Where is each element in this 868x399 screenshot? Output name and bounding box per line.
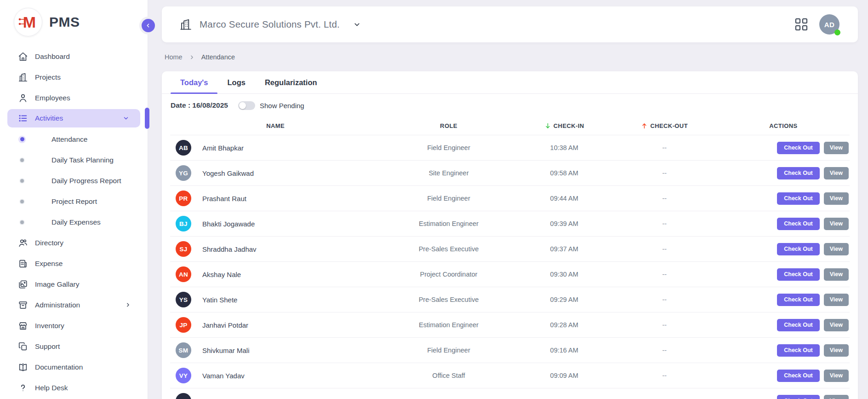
sidebar-item-employees[interactable]: Employees bbox=[0, 87, 148, 108]
employee-name: Bhakti Jogawade bbox=[202, 220, 255, 228]
employee-name: Amit Bhapkar bbox=[202, 144, 244, 152]
sidebar-item-help-desk[interactable]: Help Desk bbox=[0, 377, 148, 398]
sidebar-item-administration[interactable]: Administration bbox=[0, 295, 148, 315]
avatar: JP bbox=[176, 317, 191, 333]
avatar: AB bbox=[176, 140, 191, 156]
avatar: YG bbox=[176, 165, 191, 181]
checkout-time: -- bbox=[612, 271, 717, 278]
sidebar-item-label: Activities bbox=[35, 114, 63, 122]
checkout-time: -- bbox=[612, 169, 717, 177]
home-icon bbox=[17, 51, 28, 62]
sidebar-item-dashboard[interactable]: Dashboard bbox=[0, 46, 148, 67]
sidebar-item-activities[interactable]: Activities bbox=[7, 109, 140, 127]
bullet-icon bbox=[18, 219, 26, 226]
view-button[interactable]: View bbox=[824, 319, 849, 331]
sidebar-item-expense[interactable]: Expense bbox=[0, 253, 148, 274]
view-button[interactable]: View bbox=[824, 142, 849, 154]
checkin-time: 09:58 AM bbox=[517, 169, 612, 177]
gallery-icon bbox=[17, 279, 28, 289]
user-avatar[interactable]: AD bbox=[819, 14, 839, 35]
archive-icon bbox=[17, 300, 28, 310]
view-button[interactable]: View bbox=[824, 268, 849, 281]
sidebar-item-documentation[interactable]: Documentation bbox=[0, 357, 148, 377]
column-header-actions: ACTIONS bbox=[717, 122, 850, 129]
table-row: VYVaman Yadav Office Staff 09:09 AM -- C… bbox=[170, 363, 850, 388]
breadcrumb-current: Attendance bbox=[201, 53, 235, 61]
sidebar-item-support[interactable]: Support bbox=[0, 336, 148, 357]
view-button[interactable]: View bbox=[824, 243, 849, 255]
view-button[interactable]: View bbox=[824, 218, 849, 230]
chevron-down-icon bbox=[353, 21, 361, 29]
tab-regularization[interactable]: Regularization bbox=[255, 71, 327, 93]
table-row: JPJanhavi Potdar Estimation Engineer 09:… bbox=[170, 312, 850, 337]
attendance-table: NAME ROLE CHECK-IN CHECK-OUT ACTIONS bbox=[170, 117, 850, 399]
user-icon bbox=[17, 93, 28, 103]
view-button[interactable]: View bbox=[824, 192, 849, 205]
column-header-checkin[interactable]: CHECK-IN bbox=[517, 122, 612, 129]
arrow-down-icon bbox=[544, 122, 551, 129]
check-out-button[interactable]: Check Out bbox=[777, 167, 820, 179]
sidebar-item-inventory[interactable]: Inventory bbox=[0, 315, 148, 336]
checkin-time: 09:16 AM bbox=[517, 347, 612, 354]
date-label: Date : 16/08/2025 bbox=[171, 101, 228, 110]
show-pending-toggle[interactable] bbox=[238, 101, 255, 110]
sidebar-item-label: Employees bbox=[35, 94, 70, 102]
view-button[interactable]: View bbox=[824, 395, 849, 399]
tab-todays[interactable]: Today's bbox=[171, 71, 217, 93]
bullet-icon bbox=[18, 198, 26, 205]
checkout-header-label: CHECK-OUT bbox=[650, 122, 688, 129]
table-row: SMShivkumar Mali Field Engineer 09:16 AM… bbox=[170, 337, 850, 363]
sidebar-item-directory[interactable]: Directory bbox=[0, 232, 148, 253]
view-button[interactable]: View bbox=[824, 344, 849, 357]
avatar: BJ bbox=[176, 216, 191, 231]
checkout-time: -- bbox=[612, 195, 717, 202]
sidebar-item-label: Expense bbox=[35, 260, 63, 268]
view-button[interactable]: View bbox=[824, 167, 849, 179]
check-out-button[interactable]: Check Out bbox=[777, 344, 820, 357]
employee-name: Akshay Nale bbox=[202, 271, 241, 278]
sidebar-item-project-report[interactable]: Project Report bbox=[0, 191, 148, 212]
sidebar-item-label: Inventory bbox=[35, 322, 64, 330]
sidebar-item-label: Image Gallary bbox=[35, 280, 79, 289]
sidebar-item-label: Daily Progress Report bbox=[51, 177, 121, 185]
column-header-checkout[interactable]: CHECK-OUT bbox=[612, 122, 717, 129]
check-out-button[interactable]: Check Out bbox=[777, 243, 820, 255]
chevron-right-icon bbox=[189, 54, 195, 60]
sidebar-item-label: Dashboard bbox=[35, 52, 70, 61]
sidebar-item-projects[interactable]: Projects bbox=[0, 67, 148, 87]
sidebar-collapse-button[interactable] bbox=[142, 19, 155, 32]
check-out-button[interactable]: Check Out bbox=[777, 268, 820, 281]
checkout-time: -- bbox=[612, 372, 717, 379]
sidebar-item-daily-expenses[interactable]: Daily Expenses bbox=[0, 212, 148, 232]
avatar: PR bbox=[176, 191, 191, 206]
apps-grid-icon[interactable] bbox=[795, 18, 807, 30]
check-out-button[interactable]: Check Out bbox=[777, 319, 820, 331]
avatar: SM bbox=[176, 342, 191, 358]
list-icon bbox=[17, 113, 28, 124]
sidebar-item-daily-task-planning[interactable]: Daily Task Planning bbox=[0, 150, 148, 170]
sidebar-item-image-gallery[interactable]: Image Gallary bbox=[0, 274, 148, 295]
sidebar-item-daily-progress-report[interactable]: Daily Progress Report bbox=[0, 170, 148, 191]
sidebar-item-label: Help Desk bbox=[35, 384, 68, 392]
view-button[interactable]: View bbox=[824, 370, 849, 382]
view-button[interactable]: View bbox=[824, 294, 849, 306]
sidebar-item-attendance[interactable]: Attendance bbox=[0, 129, 148, 150]
breadcrumb-home[interactable]: Home bbox=[165, 53, 183, 61]
check-out-button[interactable]: Check Out bbox=[777, 192, 820, 205]
company-selector[interactable]: Marco Secure Solutions Pvt. Ltd. bbox=[179, 18, 361, 31]
check-out-button[interactable]: Check Out bbox=[777, 370, 820, 382]
chevron-right-icon bbox=[125, 302, 131, 308]
table-row: SJShraddha Jadhav Pre-Sales Executive 09… bbox=[170, 236, 850, 261]
employee-role: Field Engineer bbox=[381, 144, 517, 151]
employee-name: Janhavi Potdar bbox=[202, 321, 248, 329]
check-out-button[interactable]: Check Out bbox=[777, 142, 820, 154]
table-row: YSYatin Shete Pre-Sales Executive 09:29 … bbox=[170, 287, 850, 312]
check-out-button[interactable]: Check Out bbox=[777, 294, 820, 306]
checkin-time: 09:09 AM bbox=[517, 372, 612, 379]
receipt-icon bbox=[17, 258, 28, 269]
check-out-button[interactable]: Check Out bbox=[777, 395, 820, 399]
breadcrumb: Home Attendance bbox=[165, 53, 235, 61]
check-out-button[interactable]: Check Out bbox=[777, 218, 820, 230]
book-icon bbox=[17, 362, 28, 372]
tab-logs[interactable]: Logs bbox=[217, 71, 255, 93]
